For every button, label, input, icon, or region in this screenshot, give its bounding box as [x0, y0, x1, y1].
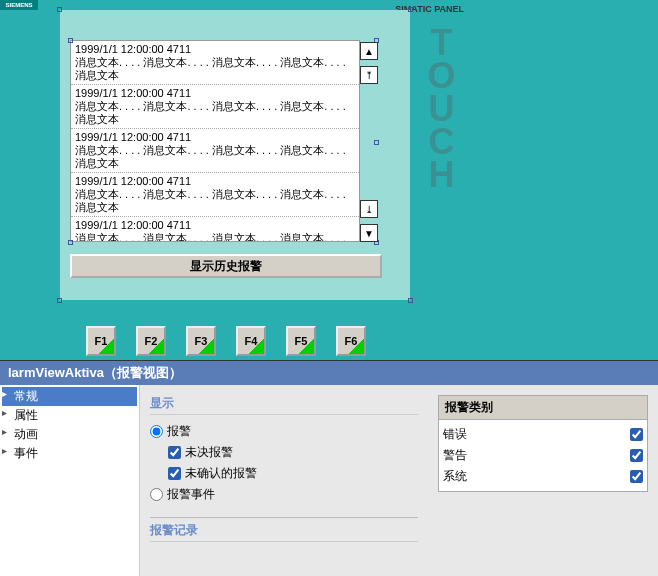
log-header: 报警记录 [150, 522, 418, 542]
cat-row-error: 错误 [443, 424, 643, 445]
resize-handle[interactable] [408, 298, 413, 303]
properties-panel: 常规 属性 动画 事件 显示 报警 未决报警 未确认的报警 报警事件 [0, 385, 658, 576]
alarm-row: 1999/1/1 12:00:00 4711 消息文本. . . . 消息文本.… [71, 85, 359, 129]
alarm-view[interactable]: 1999/1/1 12:00:00 4711 消息文本. . . . 消息文本.… [70, 40, 360, 242]
alarm-row: 1999/1/1 12:00:00 4711 消息文本. . . . 消息文本.… [71, 217, 359, 242]
alarm-row: 1999/1/1 12:00:00 4711 消息文本. . . . 消息文本.… [71, 41, 359, 85]
function-keys: F1 F2 F3 F4 F5 F6 [86, 326, 366, 356]
category-header: 报警类别 [438, 395, 648, 420]
resize-handle[interactable] [68, 38, 73, 43]
alarm-radio[interactable] [150, 425, 163, 438]
properties-content: 显示 报警 未决报警 未确认的报警 报警事件 报警记录 报警类别 [140, 385, 658, 576]
scroll-top-icon[interactable]: ▲ [360, 42, 378, 60]
siemens-logo: SIEMENS [0, 0, 38, 10]
pending-checkbox[interactable] [168, 446, 181, 459]
page-up-icon[interactable]: ⤒ [360, 66, 378, 84]
display-header: 显示 [150, 395, 418, 415]
properties-title: larmViewAktiva（报警视图） [0, 360, 658, 385]
alarm-row: 1999/1/1 12:00:00 4711 消息文本. . . . 消息文本.… [71, 173, 359, 217]
alarm-radio-row[interactable]: 报警 [150, 421, 418, 442]
f3-key[interactable]: F3 [186, 326, 216, 356]
nav-events[interactable]: 事件 [2, 444, 137, 463]
category-section: 报警类别 错误 警告 系统 [438, 395, 648, 567]
resize-handle[interactable] [68, 240, 73, 245]
nav-animation[interactable]: 动画 [2, 425, 137, 444]
f2-key[interactable]: F2 [136, 326, 166, 356]
nav-properties[interactable]: 属性 [2, 406, 137, 425]
scroll-buttons-bottom: ⤓ ▼ [360, 200, 378, 248]
cat-warning-checkbox[interactable] [630, 449, 643, 462]
cat-error-checkbox[interactable] [630, 428, 643, 441]
event-radio-row[interactable]: 报警事件 [150, 484, 418, 505]
f6-key[interactable]: F6 [336, 326, 366, 356]
f1-key[interactable]: F1 [86, 326, 116, 356]
unack-checkbox[interactable] [168, 467, 181, 480]
f5-key[interactable]: F5 [286, 326, 316, 356]
event-radio[interactable] [150, 488, 163, 501]
pending-checkbox-row[interactable]: 未决报警 [168, 442, 418, 463]
scroll-bottom-icon[interactable]: ▼ [360, 224, 378, 242]
resize-handle[interactable] [408, 7, 413, 12]
category-body: 错误 警告 系统 [438, 420, 648, 492]
f4-key[interactable]: F4 [236, 326, 266, 356]
page-down-icon[interactable]: ⤓ [360, 200, 378, 218]
hmi-panel: SIEMENS SIMATIC PANEL TOUCH 1999/1/1 12:… [0, 0, 658, 360]
display-section: 显示 报警 未决报警 未确认的报警 报警事件 报警记录 [150, 395, 418, 567]
cat-row-system: 系统 [443, 466, 643, 487]
cat-row-warning: 警告 [443, 445, 643, 466]
show-history-button[interactable]: 显示历史报警 [70, 254, 382, 278]
unack-checkbox-row[interactable]: 未确认的报警 [168, 463, 418, 484]
resize-handle[interactable] [374, 140, 379, 145]
alarm-row: 1999/1/1 12:00:00 4711 消息文本. . . . 消息文本.… [71, 129, 359, 173]
properties-nav: 常规 属性 动画 事件 [0, 385, 140, 576]
scroll-buttons-top: ▲ ⤒ [360, 42, 378, 90]
resize-handle[interactable] [57, 7, 62, 12]
touch-label: TOUCH [420, 22, 462, 187]
cat-system-checkbox[interactable] [630, 470, 643, 483]
hmi-screen[interactable]: 1999/1/1 12:00:00 4711 消息文本. . . . 消息文本.… [60, 10, 410, 300]
resize-handle[interactable] [57, 298, 62, 303]
divider [150, 517, 418, 518]
nav-general[interactable]: 常规 [2, 387, 137, 406]
